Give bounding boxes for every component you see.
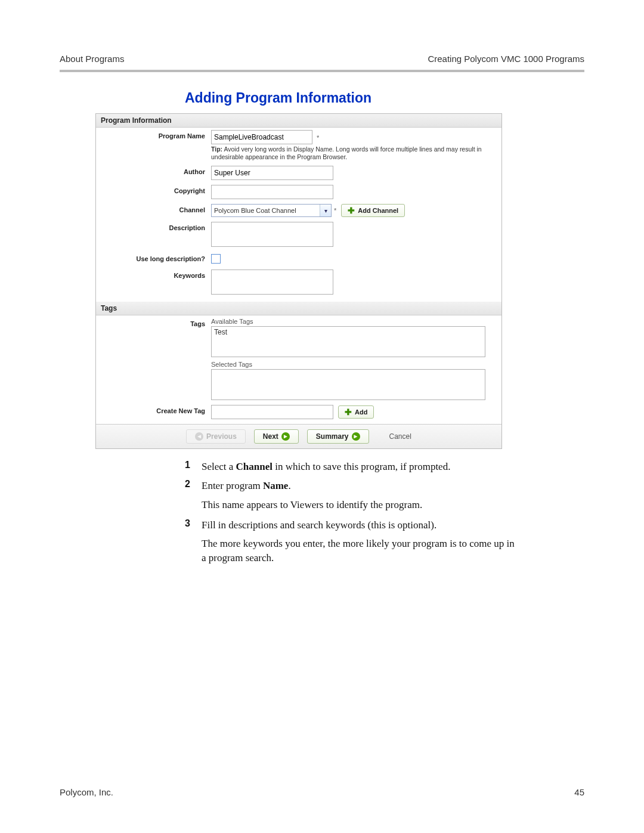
next-button[interactable]: Next ►: [254, 429, 299, 444]
selected-tags-label: Selected Tags: [211, 361, 497, 368]
chevron-down-icon: ▾: [320, 205, 331, 216]
channel-select[interactable]: Polycom Blue Coat Channel ▾: [211, 204, 332, 217]
step-number: 1: [185, 460, 202, 474]
use-long-desc-checkbox[interactable]: [211, 254, 221, 264]
required-icon: *: [334, 207, 336, 214]
add-tag-button[interactable]: ✚ Add: [338, 405, 374, 419]
copyright-input[interactable]: [211, 185, 333, 199]
step-number: 2: [185, 479, 202, 493]
new-tag-input[interactable]: [211, 405, 333, 419]
plus-icon: ✚: [345, 408, 352, 416]
author-input[interactable]: [211, 166, 333, 180]
summary-button[interactable]: Summary ►: [307, 429, 369, 444]
step-subtext: The more keywords you enter, the more li…: [202, 537, 519, 565]
program-name-tip: Tip: Avoid very long words in Display Na…: [211, 145, 497, 161]
footer-company: Polycom, Inc.: [60, 787, 113, 797]
list-item[interactable]: Test: [214, 328, 482, 336]
arrow-right-icon: ►: [281, 432, 290, 441]
step-subtext: This name appears to Viewers to identify…: [202, 498, 519, 512]
label-channel: Channel: [101, 204, 211, 213]
panel-header-tags: Tags: [96, 302, 501, 315]
label-create-new-tag: Create New Tag: [101, 405, 211, 414]
program-name-input[interactable]: [211, 130, 312, 144]
previous-button: ◄ Previous: [186, 429, 246, 444]
keywords-input[interactable]: [211, 270, 333, 295]
program-info-form: Program Information Program Name * Tip: …: [95, 113, 502, 449]
available-tags-label: Available Tags: [211, 318, 497, 325]
description-input[interactable]: [211, 222, 333, 247]
step-text: Select a Channel in which to save this p…: [202, 460, 519, 474]
required-icon: *: [317, 134, 319, 141]
footer-page-number: 45: [574, 787, 584, 797]
label-copyright: Copyright: [101, 185, 211, 194]
arrow-right-icon: ►: [352, 432, 360, 441]
label-tags: Tags: [101, 318, 211, 327]
instructions-list: 1 Select a Channel in which to save this…: [185, 460, 519, 565]
panel-header-program-info: Program Information: [96, 114, 501, 128]
cancel-link[interactable]: Cancel: [389, 432, 411, 441]
step-text: Fill in descriptions and search keywords…: [202, 518, 519, 532]
available-tags-list[interactable]: Test: [211, 326, 485, 357]
selected-tags-list[interactable]: [211, 369, 485, 400]
label-keywords: Keywords: [101, 270, 211, 279]
running-header-right: Creating Polycom VMC 1000 Programs: [428, 54, 584, 64]
step-number: 3: [185, 518, 202, 532]
plus-icon: ✚: [348, 206, 355, 215]
add-channel-button[interactable]: ✚ Add Channel: [341, 204, 405, 217]
arrow-left-icon: ◄: [195, 432, 203, 441]
section-title: Adding Program Information: [185, 90, 584, 106]
label-author: Author: [101, 166, 211, 175]
label-program-name: Program Name: [101, 130, 211, 140]
step-text: Enter program Name.: [202, 479, 519, 493]
label-description: Description: [101, 222, 211, 231]
running-header-left: About Programs: [60, 54, 124, 64]
label-use-long-desc: Use long description?: [101, 253, 211, 262]
